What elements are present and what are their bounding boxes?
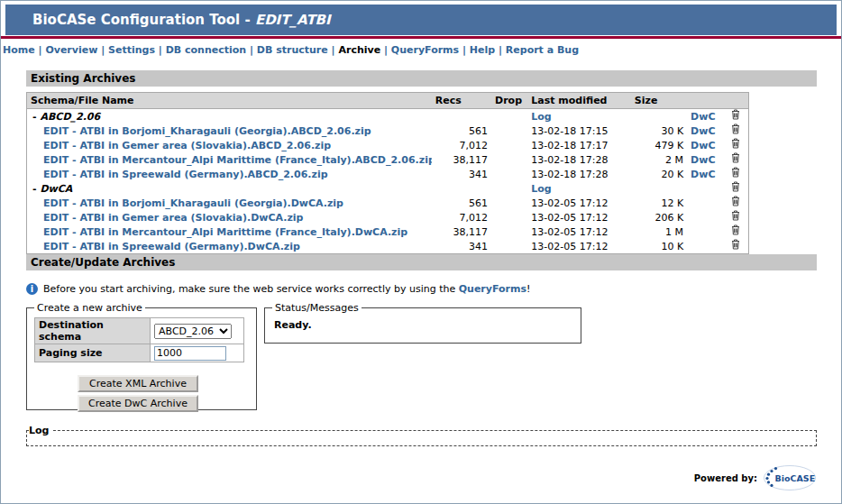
nav-item-report-a-bug[interactable]: Report a Bug bbox=[506, 44, 579, 56]
drop-cell bbox=[491, 138, 527, 152]
dwc-link[interactable]: DwC bbox=[691, 169, 715, 180]
trash-cell bbox=[723, 152, 748, 167]
nav-item-queryforms[interactable]: QueryForms bbox=[391, 44, 459, 56]
trash-icon[interactable] bbox=[731, 196, 740, 206]
archive-file-link[interactable]: EDIT - ATBI in Spreewald (Germany).ABCD_… bbox=[43, 169, 328, 180]
archive-file-link[interactable]: EDIT - ATBI in Borjomi_Kharagauli (Georg… bbox=[43, 197, 343, 209]
create-archive-legend: Create a new archive bbox=[34, 302, 145, 314]
dwc-link[interactable]: DwC bbox=[691, 154, 715, 166]
nav-item-home[interactable]: Home bbox=[3, 44, 35, 56]
dwc-cell bbox=[687, 210, 723, 225]
info-icon: i bbox=[26, 283, 38, 295]
paging-size-label: Paging size bbox=[35, 344, 151, 362]
modified-cell: 13-02-05 17:12 bbox=[527, 239, 631, 254]
archive-name-cell: EDIT - ATBI in Mercantour_Alpi Marittime… bbox=[27, 225, 432, 239]
dwc-link[interactable]: DwC bbox=[691, 140, 715, 151]
nav-item-db-structure[interactable]: DB structure bbox=[257, 44, 328, 56]
recs-cell: 561 bbox=[432, 124, 491, 138]
nav-separator: | bbox=[155, 44, 166, 56]
trash-cell bbox=[723, 181, 748, 196]
modified-cell: 13-02-18 17:28 bbox=[527, 152, 631, 167]
dwc-cell bbox=[687, 239, 723, 254]
archive-name-cell: EDIT - ATBI in Gemer area (Slovakia).DwC… bbox=[27, 210, 432, 225]
create-dwc-archive-button[interactable]: Create DwC Archive bbox=[78, 395, 198, 412]
trash-icon[interactable] bbox=[731, 167, 740, 178]
nav-item-overview[interactable]: Overview bbox=[45, 44, 97, 56]
create-archive-form: Destination schema ABCD_2.06 Paging size bbox=[34, 317, 244, 362]
trash-icon[interactable] bbox=[731, 109, 740, 120]
section-create-update: Create/Update Archives bbox=[26, 254, 817, 270]
archive-file-link[interactable]: EDIT - ATBI in Spreewald (Germany).DwCA.… bbox=[43, 241, 300, 252]
col-header-name: Schema/File Name bbox=[27, 93, 432, 109]
app-title-project: EDIT_ATBI bbox=[255, 12, 331, 28]
archive-name-cell: - ABCD_2.06 bbox=[27, 109, 432, 124]
destination-schema-row: Destination schema ABCD_2.06 bbox=[35, 318, 244, 344]
size-cell bbox=[631, 181, 687, 196]
nav-item-settings[interactable]: Settings bbox=[108, 44, 155, 56]
modified-cell: 13-02-18 17:17 bbox=[527, 138, 631, 152]
log-legend: Log bbox=[29, 425, 52, 436]
paging-size-input[interactable] bbox=[154, 346, 226, 361]
archive-file-link[interactable]: EDIT - ATBI in Mercantour_Alpi Marittime… bbox=[43, 154, 432, 166]
create-xml-archive-button[interactable]: Create XML Archive bbox=[78, 375, 198, 392]
info-line: i Before you start archiving, make sure … bbox=[26, 283, 817, 295]
drop-cell bbox=[491, 124, 527, 138]
nav-item-db-connection[interactable]: DB connection bbox=[166, 44, 246, 56]
nav-item-archive[interactable]: Archive bbox=[338, 44, 380, 56]
log-link[interactable]: Log bbox=[531, 111, 551, 123]
trash-cell bbox=[723, 196, 748, 210]
archive-file-link[interactable]: EDIT - ATBI in Mercantour_Alpi Marittime… bbox=[43, 226, 407, 238]
trash-cell bbox=[723, 167, 748, 181]
archive-name-cell: EDIT - ATBI in Gemer area (Slovakia).ABC… bbox=[27, 138, 432, 152]
recs-cell: 38,117 bbox=[432, 152, 491, 167]
archive-file-link[interactable]: EDIT - ATBI in Gemer area (Slovakia).DwC… bbox=[43, 212, 304, 224]
archive-file-row: EDIT - ATBI in Mercantour_Alpi Marittime… bbox=[27, 152, 749, 167]
log-link[interactable]: Log bbox=[531, 183, 551, 195]
archive-file-row: EDIT - ATBI in Borjomi_Kharagauli (Georg… bbox=[27, 196, 749, 210]
trash-icon[interactable] bbox=[731, 124, 740, 134]
drop-cell bbox=[491, 181, 527, 196]
nav-item-help[interactable]: Help bbox=[470, 44, 495, 56]
trash-cell bbox=[723, 138, 748, 152]
recs-cell bbox=[432, 181, 491, 196]
archive-name-cell: EDIT - ATBI in Borjomi_Kharagauli (Georg… bbox=[27, 196, 432, 210]
col-header-modified: Last modified bbox=[527, 93, 631, 109]
footer: Powered by: BioCASE bbox=[26, 464, 817, 491]
modified-cell: 13-02-18 17:15 bbox=[527, 124, 631, 138]
dwc-link[interactable]: DwC bbox=[691, 125, 715, 137]
recs-cell: 7,012 bbox=[432, 138, 491, 152]
queryforms-link[interactable]: QueryForms bbox=[459, 283, 526, 295]
trash-icon[interactable] bbox=[731, 210, 740, 221]
modified-cell: 13-02-18 17:28 bbox=[527, 167, 631, 181]
archive-file-link[interactable]: EDIT - ATBI in Borjomi_Kharagauli (Georg… bbox=[43, 125, 371, 137]
nav-separator: | bbox=[97, 44, 108, 56]
main-nav: Home | Overview | Settings | DB connecti… bbox=[1, 39, 841, 56]
existing-archives-table: Schema/File Name Recs Drop Last modified… bbox=[26, 92, 749, 254]
paging-size-cell bbox=[151, 344, 244, 362]
powered-by-label: Powered by: bbox=[694, 473, 757, 483]
trash-icon[interactable] bbox=[731, 152, 740, 163]
modified-cell: 13-02-05 17:12 bbox=[527, 196, 631, 210]
nav-separator: | bbox=[246, 44, 257, 56]
archive-name-cell: EDIT - ATBI in Spreewald (Germany).ABCD_… bbox=[27, 167, 432, 181]
page: BioCASe Configuration Tool - EDIT_ATBI H… bbox=[0, 0, 842, 504]
trash-icon[interactable] bbox=[731, 239, 740, 250]
modified-cell: Log bbox=[527, 109, 631, 124]
logo-text: BioCASE bbox=[775, 473, 816, 483]
archive-buttons: Create XML Archive Create DwC Archive bbox=[78, 375, 198, 412]
trash-icon[interactable] bbox=[731, 181, 740, 192]
destination-schema-select[interactable]: ABCD_2.06 bbox=[154, 324, 232, 339]
trash-icon[interactable] bbox=[731, 138, 740, 149]
archives-table-body: - ABCD_2.06LogDwCEDIT - ATBI in Borjomi_… bbox=[27, 109, 749, 254]
modified-cell: Log bbox=[527, 181, 631, 196]
create-archive-fieldset: Create a new archive Destination schema … bbox=[26, 302, 257, 410]
col-header-dwc bbox=[687, 93, 723, 109]
drop-cell bbox=[491, 239, 527, 254]
trash-cell bbox=[723, 239, 748, 254]
trash-icon[interactable] bbox=[731, 225, 740, 235]
biocase-logo: BioCASE bbox=[763, 464, 817, 491]
dwc-link[interactable]: DwC bbox=[691, 111, 715, 123]
archive-file-link[interactable]: EDIT - ATBI in Gemer area (Slovakia).ABC… bbox=[43, 140, 331, 151]
size-cell bbox=[631, 109, 687, 124]
recs-cell: 7,012 bbox=[432, 210, 491, 225]
